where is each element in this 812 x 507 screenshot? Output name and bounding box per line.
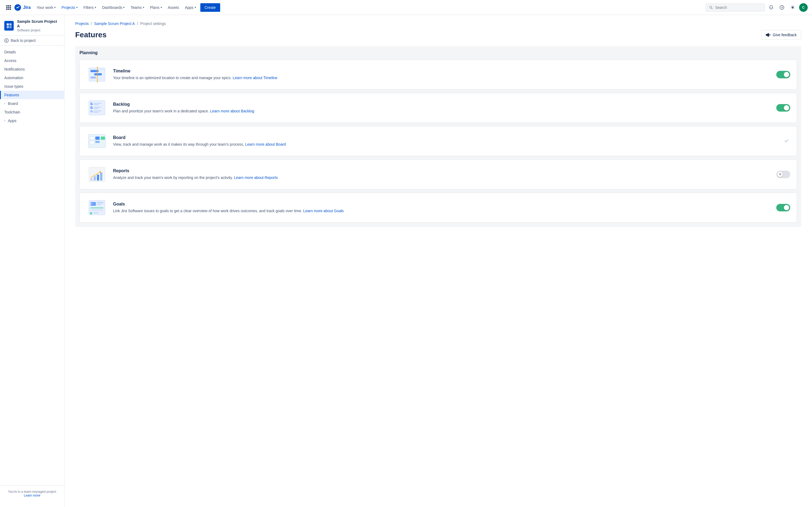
- sidebar-item-apps[interactable]: › Apps: [0, 116, 64, 125]
- reports-info: Reports Analyze and track your team's wo…: [113, 168, 771, 180]
- svg-rect-2: [10, 5, 11, 6]
- sidebar-item-access[interactable]: Access: [0, 56, 64, 65]
- timeline-name: Timeline: [113, 69, 771, 73]
- board-icon: [86, 132, 108, 151]
- sidebar-item-toolchain[interactable]: Toolchain: [0, 108, 64, 116]
- page-header: Features Give feedback: [75, 30, 801, 40]
- projects-chevron: ▾: [76, 6, 78, 9]
- board-name: Board: [113, 135, 771, 140]
- board-desc: View, track and manage work as it makes …: [113, 142, 771, 147]
- settings-button[interactable]: [789, 3, 797, 12]
- planning-title: Planning: [80, 50, 797, 55]
- svg-point-19: [769, 34, 771, 36]
- page-title: Features: [75, 31, 107, 39]
- sidebar-item-automation[interactable]: Automation: [0, 73, 64, 82]
- assets-menu[interactable]: Assets: [165, 4, 182, 11]
- goals-toggle-switch[interactable]: ✓: [776, 204, 790, 211]
- filters-menu[interactable]: Filters ▾: [81, 4, 99, 11]
- svg-rect-8: [10, 9, 11, 10]
- svg-rect-41: [95, 141, 100, 143]
- svg-rect-15: [9, 23, 11, 25]
- dashboards-menu[interactable]: Dashboards ▾: [99, 4, 128, 11]
- search-box[interactable]: [706, 3, 765, 11]
- goals-learn-more[interactable]: Learn more about Goals: [303, 209, 344, 213]
- backlog-desc: Plan and prioritize your team's work in …: [113, 108, 771, 114]
- timeline-toggle[interactable]: ✓: [776, 71, 790, 78]
- svg-rect-37: [90, 136, 94, 140]
- backlog-toggle[interactable]: ✓: [776, 104, 790, 112]
- help-button[interactable]: ?: [778, 3, 786, 12]
- search-input[interactable]: [715, 5, 761, 10]
- timeline-desc: Your timeline is an optimized location t…: [113, 75, 771, 81]
- plans-chevron: ▾: [161, 6, 162, 9]
- timeline-toggle-switch[interactable]: ✓: [776, 71, 790, 78]
- svg-line-11: [712, 8, 713, 9]
- sidebar-project: Sample Scrum Project A Software project: [0, 15, 64, 36]
- board-expand-icon: ›: [4, 102, 5, 105]
- svg-rect-22: [94, 73, 102, 75]
- backlog-learn-more[interactable]: Learn more about Backlog: [210, 109, 254, 113]
- goals-info: Goals Link Jira Software issues to goals…: [113, 202, 771, 214]
- board-info: Board View, track and manage work as it …: [113, 135, 771, 147]
- reports-learn-more[interactable]: Learn more about Reports: [234, 175, 277, 180]
- svg-rect-43: [91, 178, 93, 180]
- backlog-feature-card: Backlog Plan and prioritize your team's …: [80, 93, 797, 123]
- svg-rect-16: [7, 26, 9, 28]
- breadcrumb-projects[interactable]: Projects: [75, 21, 89, 26]
- sidebar-item-details[interactable]: Details: [0, 48, 64, 56]
- sidebar-item-features[interactable]: Features: [0, 91, 64, 99]
- sidebar-footer: You're in a team-managed project Learn m…: [0, 485, 64, 502]
- reports-toggle[interactable]: ✕: [776, 171, 790, 178]
- grid-icon[interactable]: [4, 3, 13, 12]
- avatar[interactable]: C: [799, 3, 808, 12]
- notifications-button[interactable]: [767, 3, 775, 12]
- dashboards-chevron: ▾: [123, 6, 124, 9]
- sidebar-item-notifications[interactable]: Notifications: [0, 65, 64, 73]
- planning-section: Planning Timeline Your ti: [75, 46, 801, 227]
- sidebar-item-board[interactable]: › Board: [0, 99, 64, 108]
- your-work-menu[interactable]: Your work ▾: [34, 4, 58, 11]
- svg-rect-5: [10, 7, 11, 8]
- svg-rect-38: [95, 136, 100, 140]
- megaphone-icon: [766, 33, 771, 37]
- apps-chevron: ▾: [195, 6, 196, 9]
- back-to-project[interactable]: Back to project: [0, 36, 64, 46]
- breadcrumb: Projects / Sample Scrum Project A / Proj…: [75, 21, 801, 26]
- teams-chevron: ▾: [143, 6, 144, 9]
- svg-rect-17: [9, 26, 11, 28]
- svg-rect-44: [94, 176, 96, 180]
- svg-rect-55: [93, 213, 99, 213]
- svg-rect-3: [6, 7, 7, 8]
- svg-rect-32: [94, 108, 99, 109]
- jira-logo[interactable]: Jira: [14, 4, 31, 11]
- board-toggle-disabled: [783, 137, 790, 145]
- svg-rect-31: [94, 107, 101, 108]
- svg-rect-40: [90, 141, 94, 144]
- plans-menu[interactable]: Plans ▾: [147, 4, 165, 11]
- apps-menu[interactable]: Apps ▾: [182, 4, 199, 11]
- svg-rect-50: [97, 202, 103, 203]
- sidebar-learn-more[interactable]: Learn more: [24, 494, 40, 497]
- breadcrumb-project[interactable]: Sample Scrum Project A: [94, 21, 135, 26]
- svg-text:?: ?: [781, 6, 783, 9]
- svg-rect-51: [97, 204, 101, 205]
- reports-desc: Analyze and track your team's work by re…: [113, 175, 771, 180]
- backlog-toggle-switch[interactable]: ✓: [776, 104, 790, 112]
- projects-menu[interactable]: Projects ▾: [59, 4, 80, 11]
- svg-rect-4: [8, 7, 9, 8]
- sidebar-item-issue-types[interactable]: Issue types: [0, 82, 64, 91]
- project-icon: [4, 21, 14, 31]
- timeline-learn-more[interactable]: Learn more about Timeline: [233, 76, 277, 80]
- svg-rect-28: [94, 103, 101, 104]
- give-feedback-button[interactable]: Give feedback: [761, 30, 802, 40]
- create-button[interactable]: Create: [200, 3, 220, 12]
- timeline-icon: [86, 65, 108, 84]
- goals-toggle[interactable]: ✓: [776, 204, 790, 211]
- reports-toggle-switch[interactable]: ✕: [776, 171, 790, 178]
- svg-rect-53: [91, 210, 103, 211]
- teams-menu[interactable]: Teams ▾: [128, 4, 147, 11]
- board-toggle: [776, 137, 790, 145]
- layout: Sample Scrum Project A Software project …: [0, 15, 812, 507]
- board-learn-more[interactable]: Learn more about Board: [245, 142, 286, 147]
- help-icon: ?: [779, 5, 784, 10]
